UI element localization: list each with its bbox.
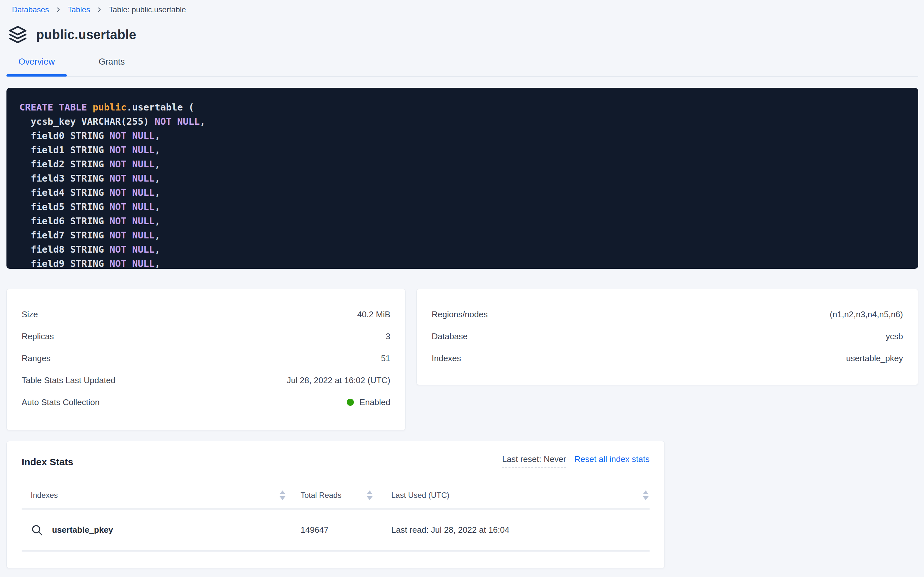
index-stats-card: Index Stats Last reset: Never Reset all … xyxy=(6,441,665,568)
layers-stack-icon xyxy=(8,25,27,44)
sql-code-line: field5 STRING NOT NULL, xyxy=(19,200,905,214)
sql-code: CREATE TABLE public.usertable ( ycsb_key… xyxy=(19,100,905,269)
detail-value: Enabled xyxy=(347,397,390,408)
detail-label: Size xyxy=(22,309,38,319)
index-name[interactable]: usertable_pkey xyxy=(52,525,113,535)
breadcrumb-current: Table: public.usertable xyxy=(109,5,186,14)
detail-cards: Size40.2 MiBReplicas3Ranges51Table Stats… xyxy=(6,289,918,430)
detail-value: ycsb xyxy=(886,332,903,342)
sql-code-line: field8 STRING NOT NULL, xyxy=(19,242,905,256)
index-stats-tbody: usertable_pkey149647Last read: Jul 28, 2… xyxy=(22,509,649,551)
page-title: public.usertable xyxy=(36,27,136,42)
detail-label: Auto Stats Collection xyxy=(22,397,100,408)
magnifier-icon xyxy=(31,524,43,537)
sort-icon[interactable] xyxy=(366,490,374,501)
index-total-reads: 149647 xyxy=(293,525,374,535)
tab-bar: Overview Grants xyxy=(6,54,918,77)
breadcrumb: Databases Tables Table: public.usertable xyxy=(6,0,918,14)
tab-overview[interactable]: Overview xyxy=(6,54,67,76)
create-statement-box[interactable]: CREATE TABLE public.usertable ( ycsb_key… xyxy=(6,88,918,269)
index-last-used: Last read: Jul 28, 2022 at 16:04 xyxy=(391,525,649,535)
sort-icon[interactable] xyxy=(642,490,649,501)
detail-label: Replicas xyxy=(22,332,54,342)
sql-code-line: field7 STRING NOT NULL, xyxy=(19,228,905,242)
index-stats-title: Index Stats xyxy=(22,456,73,467)
sql-code-line: field0 STRING NOT NULL, xyxy=(19,129,905,143)
tab-grants[interactable]: Grants xyxy=(78,54,146,76)
detail-row: Auto Stats CollectionEnabled xyxy=(22,391,390,413)
sql-code-line: field1 STRING NOT NULL, xyxy=(19,143,905,157)
sql-code-line: field9 STRING NOT NULL, xyxy=(19,256,905,269)
detail-row: Ranges51 xyxy=(22,347,390,369)
detail-label: Regions/nodes xyxy=(432,309,487,319)
table-details-page: Databases Tables Table: public.usertable… xyxy=(0,0,924,577)
column-header-last-used[interactable]: Last Used (UTC) xyxy=(391,491,449,500)
sql-code-line: field6 STRING NOT NULL, xyxy=(19,214,905,228)
detail-label: Ranges xyxy=(22,353,51,363)
sql-code-line: field2 STRING NOT NULL, xyxy=(19,157,905,171)
column-header-total-reads[interactable]: Total Reads xyxy=(301,491,342,500)
sql-code-line: field4 STRING NOT NULL, xyxy=(19,185,905,200)
detail-value: 40.2 MiB xyxy=(357,309,390,319)
detail-row: Table Stats Last UpdatedJul 28, 2022 at … xyxy=(22,369,390,391)
detail-row: Databaseycsb xyxy=(432,326,903,347)
detail-row: Replicas3 xyxy=(22,326,390,347)
sql-code-line: CREATE TABLE public.usertable ( xyxy=(19,100,905,114)
sql-code-line: ycsb_key VARCHAR(255) NOT NULL, xyxy=(19,114,905,129)
detail-label: Table Stats Last Updated xyxy=(22,376,116,385)
index-table-header: Indexes Total Reads Last Used (UTC) xyxy=(22,482,649,509)
column-header-indexes[interactable]: Indexes xyxy=(31,491,58,500)
chevron-right-icon xyxy=(96,6,103,13)
status-dot-green-icon xyxy=(347,399,354,406)
sort-icon[interactable] xyxy=(279,490,286,501)
table-details-card: Size40.2 MiBReplicas3Ranges51Table Stats… xyxy=(6,289,405,430)
reset-index-stats-link[interactable]: Reset all index stats xyxy=(574,454,649,464)
page-header: public.usertable xyxy=(6,25,918,44)
detail-value: Jul 28, 2022 at 16:02 (UTC) xyxy=(287,376,390,385)
detail-row: Indexesusertable_pkey xyxy=(432,347,903,369)
detail-value: 3 xyxy=(386,332,390,342)
sql-code-line: field3 STRING NOT NULL, xyxy=(19,171,905,185)
breadcrumb-databases[interactable]: Databases xyxy=(12,5,49,14)
detail-value: (n1,n2,n3,n4,n5,n6) xyxy=(830,309,903,319)
table-meta-card: Regions/nodes(n1,n2,n3,n4,n5,n6)Database… xyxy=(416,289,918,385)
detail-value: usertable_pkey xyxy=(846,353,903,363)
detail-label: Indexes xyxy=(432,353,461,363)
breadcrumb-tables[interactable]: Tables xyxy=(68,5,90,14)
detail-row: Size40.2 MiB xyxy=(22,303,390,326)
detail-row: Regions/nodes(n1,n2,n3,n4,n5,n6) xyxy=(432,303,903,326)
last-reset-label[interactable]: Last reset: Never xyxy=(502,454,566,467)
index-stats-row[interactable]: usertable_pkey149647Last read: Jul 28, 2… xyxy=(22,509,649,551)
detail-value: 51 xyxy=(381,353,390,363)
detail-label: Database xyxy=(432,332,468,342)
chevron-right-icon xyxy=(55,6,62,13)
